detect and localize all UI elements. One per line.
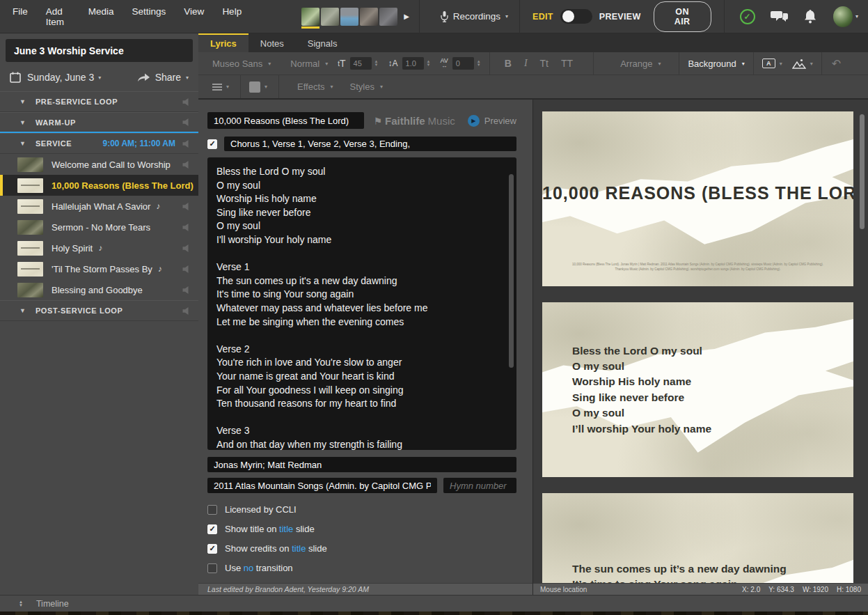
lyrics-textarea[interactable]: Bless the Lord O my soul O my soul Worsh… (207, 157, 516, 450)
all-caps-button[interactable]: TT (561, 58, 573, 69)
preview-scrollbar[interactable] (860, 114, 865, 229)
song-title-input[interactable] (207, 112, 364, 129)
kerning-stepper[interactable]: ▲▼ (477, 60, 481, 67)
menu-item-media[interactable]: Media (88, 6, 114, 27)
background-dropdown[interactable]: Background▾ (688, 59, 744, 69)
hymn-number-input[interactable] (443, 478, 516, 493)
section-collapse-icon[interactable]: ▼ (19, 98, 26, 105)
text-box-icon[interactable]: A (762, 59, 775, 68)
text-align-icon[interactable] (212, 84, 222, 91)
service-item[interactable]: Holy Spirit ♪ (0, 238, 198, 258)
undo-icon[interactable]: ↶ (832, 57, 841, 70)
avatar[interactable] (321, 8, 339, 26)
arrange-dropdown[interactable]: Arrange▾ (620, 59, 661, 69)
section-collapse-icon[interactable]: ▼ (19, 119, 26, 126)
text-color-swatch[interactable] (249, 81, 260, 93)
font-family-dropdown[interactable]: Museo Sans▾ (212, 59, 271, 69)
option-checkbox[interactable] (207, 563, 217, 573)
menu-item-settings[interactable]: Settings (132, 6, 166, 27)
avatar[interactable] (301, 8, 319, 26)
service-item[interactable]: 'Til The Storm Passes By ♪ (0, 258, 198, 279)
option-row[interactable]: Licensed by CCLI (207, 504, 516, 515)
italic-button[interactable]: I (524, 58, 528, 69)
lyrics-scrollbar[interactable] (509, 174, 514, 368)
section-collapse-icon[interactable]: ▼ (19, 140, 26, 147)
section-collapse-icon[interactable]: ▼ (19, 307, 26, 314)
menu-item-view[interactable]: View (184, 6, 204, 27)
share-button[interactable]: Share ▾ (137, 72, 189, 83)
menu-item-add-item[interactable]: Add Item (46, 6, 70, 27)
option-row[interactable]: ✓ Show title on title slide (207, 524, 516, 534)
on-air-button[interactable]: ON AIR (654, 1, 711, 32)
option-link[interactable]: title (292, 543, 306, 554)
image-icon[interactable] (792, 59, 806, 69)
speaker-icon[interactable] (182, 140, 189, 148)
speaker-icon[interactable] (182, 224, 189, 231)
option-link[interactable]: title (279, 524, 293, 534)
speaker-icon[interactable] (182, 307, 189, 315)
avatar[interactable] (340, 8, 358, 26)
timeline-filmstrip[interactable] (0, 612, 868, 615)
service-times[interactable]: 9:00 AM; 11:00 AM (103, 139, 175, 148)
audio-preview-button[interactable]: ▶ Preview (468, 115, 516, 127)
speaker-icon[interactable] (182, 161, 189, 169)
effects-dropdown[interactable]: Effects▾ (297, 81, 333, 92)
slide-title[interactable]: 10,000 REASONS (BLESS THE LORD) 10,000 R… (542, 111, 853, 286)
option-checkbox[interactable] (207, 505, 217, 515)
avatar[interactable] (360, 8, 378, 26)
user-avatar[interactable] (833, 6, 853, 27)
avatars-overflow-arrow-icon[interactable]: ▶ (404, 13, 409, 20)
avatar[interactable] (379, 8, 397, 26)
chevron-down-icon[interactable]: ▾ (855, 13, 858, 20)
speaker-icon[interactable] (182, 203, 189, 210)
option-checkbox[interactable]: ✓ (207, 544, 217, 554)
font-size-input[interactable]: 45 (350, 57, 372, 70)
menu-item-file[interactable]: File (13, 6, 28, 27)
speaker-icon[interactable] (182, 286, 189, 294)
sync-check-icon[interactable]: ✓ (740, 9, 755, 24)
section-pre-service-loop[interactable]: ▼ PRE-SERVICE LOOP (0, 91, 198, 112)
speaker-icon[interactable] (182, 118, 189, 126)
chevron-down-icon[interactable]: ▾ (226, 84, 229, 90)
slide-verse1[interactable]: The sun comes up it’s a new day dawning … (542, 493, 853, 583)
bell-icon[interactable] (804, 9, 816, 24)
service-item[interactable]: Hallelujah What A Savior ♪ (0, 196, 198, 217)
styles-dropdown[interactable]: Styles▾ (350, 81, 383, 92)
chevron-down-icon[interactable]: ▾ (780, 61, 782, 67)
chat-bubbles-icon[interactable] (771, 10, 789, 24)
chevron-down-icon[interactable]: ▾ (810, 61, 813, 67)
speaker-icon[interactable] (182, 98, 189, 106)
line-height-input[interactable]: 1.0 (402, 57, 424, 70)
option-checkbox[interactable]: ✓ (207, 524, 217, 534)
line-height-stepper[interactable]: ▲▼ (427, 60, 431, 67)
slide-chorus[interactable]: Bless the Lord O my soul O my soul Worsh… (542, 302, 853, 477)
authors-input[interactable] (207, 457, 516, 472)
service-date-dropdown[interactable]: Sunday, June 3 (27, 72, 94, 83)
service-item[interactable]: Sermon - No More Tears ♪ (0, 217, 198, 238)
chevron-down-icon[interactable]: ▾ (265, 84, 267, 90)
mode-toggle[interactable] (560, 9, 592, 24)
tab-lyrics[interactable]: Lyrics (198, 33, 248, 52)
section-post-service-loop[interactable]: ▼ POST-SERVICE LOOP (0, 300, 198, 321)
small-caps-button[interactable]: Tt (540, 58, 549, 69)
bold-button[interactable]: B (505, 58, 512, 69)
tab-signals[interactable]: Signals (296, 33, 349, 52)
speaker-icon[interactable] (182, 244, 189, 252)
option-row[interactable]: ✓ Show credits on title slide (207, 543, 516, 554)
kerning-input[interactable]: 0 (452, 57, 474, 70)
copyright-input[interactable] (207, 478, 437, 493)
font-size-stepper[interactable]: ▲▼ (374, 60, 379, 67)
tab-notes[interactable]: Notes (248, 33, 296, 52)
section-warm-up[interactable]: ▼ WARM-UP (0, 112, 198, 133)
service-item[interactable]: 10,000 Reasons (Bless The Lord) ♪ (0, 175, 198, 196)
font-style-dropdown[interactable]: Normal▾ (290, 59, 328, 69)
order-checkbox[interactable]: ✓ (207, 139, 217, 149)
service-title-input[interactable] (6, 39, 193, 62)
service-item[interactable]: Welcome and Call to Worship ♪ (0, 154, 198, 175)
speaker-icon[interactable] (182, 265, 189, 273)
verse-order-input[interactable] (224, 137, 516, 151)
option-row[interactable]: Use no transition (207, 563, 516, 573)
service-item[interactable]: Blessing and Goodbye ♪ (0, 279, 198, 300)
recordings-dropdown[interactable]: Recordings ▾ (429, 11, 519, 22)
timeline-expander-icon[interactable]: ▲▼ (19, 600, 23, 607)
